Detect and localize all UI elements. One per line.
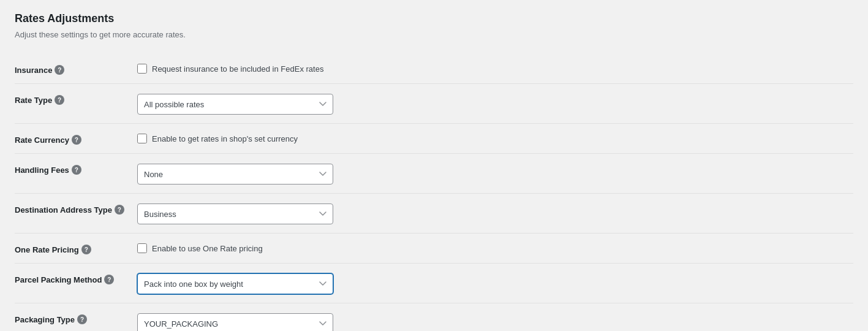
select-handling_fees[interactable]: NoneFixedPercentage — [137, 164, 333, 185]
settings-row-rate_currency: Rate Currency?Enable to get rates in sho… — [15, 124, 853, 154]
checkbox-label-insurance[interactable]: Request insurance to be included in FedE… — [137, 64, 853, 74]
label-text-handling_fees: Handling Fees — [15, 166, 69, 175]
checkbox-rate_currency[interactable] — [137, 134, 147, 143]
checkbox-insurance[interactable] — [137, 64, 147, 74]
label-one_rate_pricing: One Rate Pricing? — [15, 242, 137, 254]
label-parcel_packing_method: Parcel Packing Method? — [15, 272, 137, 284]
settings-row-one_rate_pricing: One Rate Pricing?Enable to use One Rate … — [15, 234, 853, 264]
help-icon-parcel_packing_method[interactable]: ? — [104, 275, 114, 284]
label-packaging_type: Packaging Type? — [15, 312, 137, 324]
page-subtitle: Adjust these settings to get more accura… — [15, 30, 853, 39]
select-parcel_packing_method[interactable]: Pack into one box by weightPack items in… — [137, 273, 333, 294]
label-rate_currency: Rate Currency? — [15, 132, 137, 145]
help-icon-insurance[interactable]: ? — [55, 65, 64, 75]
label-text-packaging_type: Packaging Type — [15, 315, 75, 324]
settings-row-destination_address_type: Destination Address Type?BusinessResiden… — [15, 194, 853, 234]
checkbox-text-rate_currency: Enable to get rates in shop's set curren… — [152, 134, 298, 143]
field-col-destination_address_type: BusinessResidential — [137, 202, 853, 224]
field-col-rate_currency: Enable to get rates in shop's set curren… — [137, 132, 853, 143]
select-packaging_type[interactable]: YOUR_PACKAGINGFEDEX_BOXFEDEX_PAKFEDEX_TU… — [137, 313, 333, 331]
select-rate_type[interactable]: All possible ratesStandard ratesNegotiat… — [137, 94, 333, 115]
checkbox-label-rate_currency[interactable]: Enable to get rates in shop's set curren… — [137, 134, 853, 143]
label-text-destination_address_type: Destination Address Type — [15, 205, 112, 215]
checkbox-one_rate_pricing[interactable] — [137, 243, 147, 253]
checkbox-text-insurance: Request insurance to be included in FedE… — [152, 64, 323, 74]
label-text-rate_type: Rate Type — [15, 96, 52, 105]
label-handling_fees: Handling Fees? — [15, 162, 137, 175]
label-destination_address_type: Destination Address Type? — [15, 202, 137, 215]
settings-container: Insurance?Request insurance to be includ… — [15, 54, 853, 331]
select-destination_address_type[interactable]: BusinessResidential — [137, 204, 333, 224]
label-rate_type: Rate Type? — [15, 93, 137, 105]
help-icon-destination_address_type[interactable]: ? — [115, 205, 124, 215]
help-icon-one_rate_pricing[interactable]: ? — [81, 245, 91, 254]
help-icon-rate_currency[interactable]: ? — [72, 135, 81, 145]
settings-row-handling_fees: Handling Fees?NoneFixedPercentage — [15, 154, 853, 194]
settings-row-insurance: Insurance?Request insurance to be includ… — [15, 54, 853, 84]
help-icon-handling_fees[interactable]: ? — [72, 165, 81, 175]
settings-row-packaging_type: Packaging Type?YOUR_PACKAGINGFEDEX_BOXFE… — [15, 303, 853, 331]
label-text-parcel_packing_method: Parcel Packing Method — [15, 275, 102, 284]
checkbox-text-one_rate_pricing: Enable to use One Rate pricing — [152, 244, 263, 253]
field-col-one_rate_pricing: Enable to use One Rate pricing — [137, 242, 853, 253]
field-col-packaging_type: YOUR_PACKAGINGFEDEX_BOXFEDEX_PAKFEDEX_TU… — [137, 312, 853, 331]
help-icon-packaging_type[interactable]: ? — [77, 314, 87, 324]
checkbox-label-one_rate_pricing[interactable]: Enable to use One Rate pricing — [137, 243, 853, 253]
label-insurance: Insurance? — [15, 63, 137, 75]
settings-row-parcel_packing_method: Parcel Packing Method?Pack into one box … — [15, 264, 853, 303]
settings-row-rate_type: Rate Type?All possible ratesStandard rat… — [15, 84, 853, 124]
page-title: Rates Adjustments — [15, 12, 853, 25]
label-text-insurance: Insurance — [15, 66, 52, 75]
field-col-rate_type: All possible ratesStandard ratesNegotiat… — [137, 93, 853, 115]
label-text-one_rate_pricing: One Rate Pricing — [15, 245, 79, 254]
field-col-parcel_packing_method: Pack into one box by weightPack items in… — [137, 272, 853, 294]
label-text-rate_currency: Rate Currency — [15, 135, 69, 145]
field-col-handling_fees: NoneFixedPercentage — [137, 162, 853, 185]
field-col-insurance: Request insurance to be included in FedE… — [137, 63, 853, 74]
help-icon-rate_type[interactable]: ? — [55, 95, 64, 105]
